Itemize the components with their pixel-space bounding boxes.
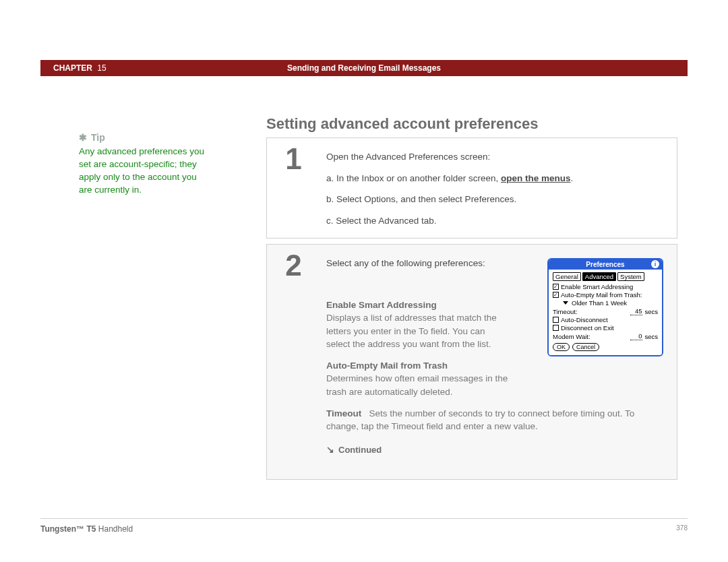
arrow-down-right-icon: ↘ <box>326 443 334 456</box>
step-1-a-suffix: . <box>570 173 573 183</box>
chapter-header: CHAPTER 15 Sending and Receiving Email M… <box>40 60 688 76</box>
auto-empty-text: Determines how often email messages in t… <box>326 373 508 397</box>
timeout-text: Sets the number of seconds to try to con… <box>326 408 634 432</box>
step-1-content: Open the Advanced Preferences screen: a.… <box>326 150 665 235</box>
chapter-label: CHAPTER 15 <box>53 63 107 73</box>
step-1: 1 Open the Advanced Preferences screen: … <box>266 137 677 239</box>
product-bold: Tungsten™ T5 <box>40 524 96 534</box>
product-rest: Handheld <box>96 524 133 534</box>
continued-text: Continued <box>338 445 382 455</box>
page-footer: Tungsten™ T5 Handheld 378 <box>40 518 688 534</box>
step-2-content: Select any of the following preferences:… <box>326 257 665 464</box>
tip-text: Any advanced preferences you set are acc… <box>79 146 207 197</box>
chapter-title: Sending and Receiving Email Messages <box>287 63 441 73</box>
step-1-c: c. Select the Advanced tab. <box>326 214 665 228</box>
auto-empty-label: Auto-Empty Mail from Trash <box>326 361 448 371</box>
step-2-number: 2 <box>275 249 312 282</box>
step-2: 2 Preferences i General Advanced System … <box>266 244 677 480</box>
chapter-number: 15 <box>97 63 106 73</box>
page-number: 378 <box>676 524 688 534</box>
step-1-a: a. In the Inbox or on another folder scr… <box>326 172 665 185</box>
timeout-label: Timeout <box>326 408 361 418</box>
timeout-block: Timeout Sets the number of seconds to tr… <box>326 407 665 433</box>
open-menus-link[interactable]: open the menus <box>501 173 571 183</box>
product-name: Tungsten™ T5 Handheld <box>40 524 133 534</box>
continued-indicator: ↘Continued <box>326 443 665 457</box>
step-1-b: b. Select Options, and then select Prefe… <box>326 193 665 206</box>
tip-label: ✱Tip <box>79 132 207 143</box>
section-title: Setting advanced account preferences <box>266 115 538 133</box>
asterisk-icon: ✱ <box>79 132 87 143</box>
auto-empty-block: Auto-Empty Mail from Trash Determines ho… <box>326 359 508 399</box>
enable-smart-text: Displays a list of addresses that match … <box>326 313 497 349</box>
chapter-label-text: CHAPTER <box>53 63 92 73</box>
step-2-intro: Select any of the following preferences: <box>326 257 508 270</box>
enable-smart-label: Enable Smart Addressing <box>326 300 437 310</box>
tip-label-text: Tip <box>91 132 105 143</box>
step-1-number: 1 <box>275 142 312 176</box>
tip-block: ✱Tip Any advanced preferences you set ar… <box>79 132 207 197</box>
step-1-a-prefix: a. In the Inbox or on another folder scr… <box>326 173 501 183</box>
step-1-intro: Open the Advanced Preferences screen: <box>326 150 665 164</box>
enable-smart-block: Enable Smart Addressing Displays a list … <box>326 299 508 351</box>
